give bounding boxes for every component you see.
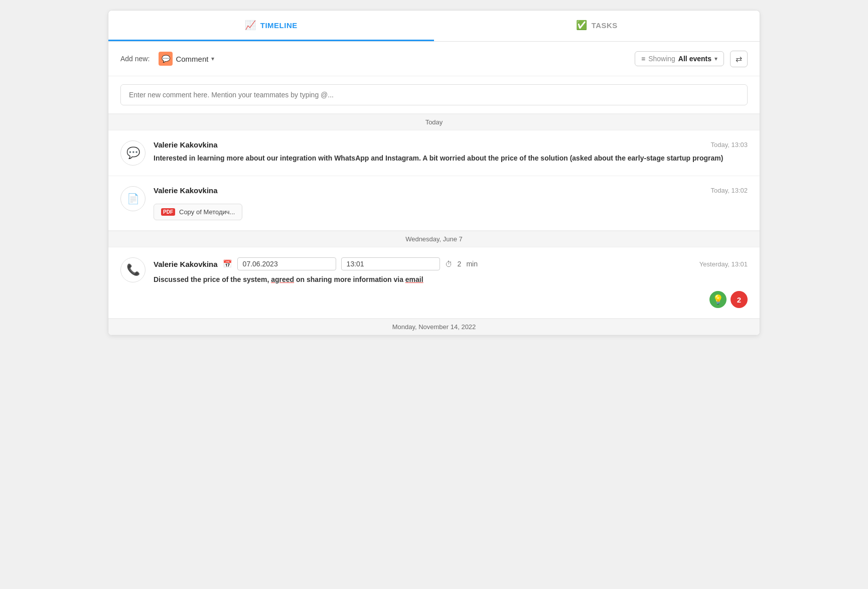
document-avatar-icon: 📄	[127, 193, 139, 205]
filter-icon: ≡	[641, 55, 645, 63]
badge-count[interactable]: 2	[731, 291, 748, 308]
entry-author-file: Valerie Kakovkina	[154, 186, 218, 195]
duration-value: 2	[458, 260, 462, 268]
tab-timeline[interactable]: 📈 TIMELINE	[108, 11, 434, 41]
entry-time-comment: Today, 13:03	[711, 141, 748, 149]
date-separator-nov14: Monday, November 14, 2022	[108, 319, 760, 335]
entry-time-file: Today, 13:02	[711, 187, 748, 194]
badge-lightbulb[interactable]: 💡	[709, 291, 727, 308]
settings-button[interactable]: ⇄	[730, 51, 748, 67]
pdf-icon: PDF	[161, 208, 175, 216]
duration-unit: min	[466, 260, 478, 268]
entry-body-comment: Valerie Kakovkina Today, 13:03 Intereste…	[154, 140, 748, 164]
entry-content-call: Discussed the price of the system, agree…	[154, 274, 748, 285]
comment-dropdown-chevron-icon: ▾	[211, 55, 214, 62]
call-content-middle: on sharing more information via	[296, 275, 403, 283]
add-comment-button[interactable]: 💬 Comment ▾	[155, 50, 218, 68]
entry-body-call: Valerie Kakovkina 📅 ⏱ 2 min Yesterday, 1…	[154, 257, 748, 308]
comment-button-label: Comment	[176, 55, 208, 63]
comment-avatar-icon: 💬	[126, 146, 140, 160]
toolbar: Add new: 💬 Comment ▾ ≡ Showing All event…	[108, 42, 760, 76]
timeline-container: 📈 TIMELINE ✅ TASKS Add new: 💬 Comment ▾ …	[108, 10, 760, 336]
timeline-icon: 📈	[245, 20, 256, 31]
entry-time-call: Yesterday, 13:01	[699, 260, 748, 268]
call-date-input[interactable]	[237, 257, 336, 270]
timeline-entry-file: 📄 Valerie Kakovkina Today, 13:02 PDF Cop…	[108, 176, 760, 231]
avatar-call: 📞	[120, 257, 146, 282]
date-separator-today: Today	[108, 114, 760, 130]
call-time-input[interactable]	[341, 257, 440, 270]
comment-icon: 💬	[162, 55, 170, 63]
call-underline-word1: agreed	[271, 275, 294, 283]
timeline-entry-comment: 💬 Valerie Kakovkina Today, 13:03 Interes…	[108, 130, 760, 176]
entry-meta-file: Valerie Kakovkina	[154, 186, 218, 195]
phone-avatar-icon: 📞	[126, 263, 140, 276]
filter-button[interactable]: ≡ Showing All events ▾	[635, 51, 724, 66]
clock-icon: ⏱	[445, 260, 453, 268]
entry-header-file: Valerie Kakovkina Today, 13:02	[154, 186, 748, 195]
entry-body-file: Valerie Kakovkina Today, 13:02 PDF Copy …	[154, 186, 748, 220]
timeline-entry-call: 📞 Valerie Kakovkina 📅 ⏱ 2 min Yesterday,…	[108, 247, 760, 319]
entry-author-comment: Valerie Kakovkina	[154, 140, 218, 149]
entry-meta-comment: Valerie Kakovkina	[154, 140, 218, 149]
tab-timeline-label: TIMELINE	[260, 21, 298, 30]
avatar-file: 📄	[120, 186, 146, 211]
comment-icon-wrap: 💬	[159, 52, 173, 66]
entry-header-call: Valerie Kakovkina 📅 ⏱ 2 min Yesterday, 1…	[154, 257, 748, 270]
tab-tasks[interactable]: ✅ TASKS	[434, 11, 760, 41]
date-separator-june7: Wednesday, June 7	[108, 231, 760, 247]
entry-meta-call: Valerie Kakovkina 📅 ⏱ 2 min	[154, 257, 478, 270]
avatar-comment: 💬	[120, 140, 146, 166]
calendar-icon: 📅	[223, 259, 232, 268]
call-badges: 💡 2	[154, 291, 748, 308]
toolbar-right: ≡ Showing All events ▾ ⇄	[635, 51, 748, 67]
filter-chevron-icon: ▾	[714, 55, 717, 62]
all-events-label: All events	[678, 55, 711, 63]
comment-input-area	[108, 76, 760, 114]
file-name: Copy of Методич...	[179, 208, 235, 216]
entry-content-comment: Interested in learning more about our in…	[154, 153, 748, 164]
showing-label: Showing	[648, 55, 675, 63]
tab-bar: 📈 TIMELINE ✅ TASKS	[108, 11, 760, 42]
toolbar-left: Add new: 💬 Comment ▾	[120, 50, 218, 68]
entry-author-call: Valerie Kakovkina	[154, 260, 218, 268]
tasks-icon: ✅	[576, 20, 588, 31]
tab-tasks-label: TASKS	[592, 21, 618, 30]
comment-input[interactable]	[120, 84, 748, 105]
settings-icon: ⇄	[736, 54, 742, 64]
add-new-label: Add new:	[120, 55, 150, 63]
call-underline-word2: email	[405, 275, 423, 283]
entry-header-comment: Valerie Kakovkina Today, 13:03	[154, 140, 748, 149]
file-attachment[interactable]: PDF Copy of Методич...	[154, 204, 242, 220]
call-content-before: Discussed the price of the system,	[154, 275, 269, 283]
